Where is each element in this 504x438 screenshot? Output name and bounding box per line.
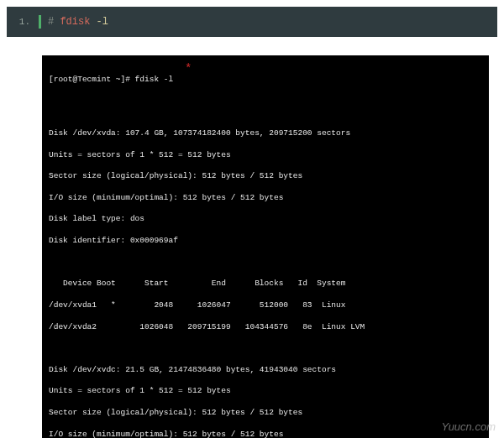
- line-number: 1.: [18, 17, 30, 27]
- disk-units: Units = sectors of 1 * 512 = 512 bytes: [49, 150, 482, 161]
- terminal-wrapper: [root@Tecmint ~]# fdisk -l * Disk /dev/x…: [0, 44, 504, 438]
- code-indicator-bar: [39, 15, 41, 29]
- partition-row: /dev/xvda2 1026048 209715199 104344576 8…: [49, 322, 482, 333]
- blank-line: [49, 258, 482, 269]
- blank-line: [49, 343, 482, 354]
- disk-units: Units = sectors of 1 * 512 = 512 bytes: [49, 386, 482, 397]
- code-line: # fdisk -l: [48, 16, 108, 28]
- code-flag: -l: [90, 16, 108, 28]
- partition-row: /dev/xvda1 * 2048 1026047 512000 83 Linu…: [49, 300, 482, 311]
- code-hash: #: [48, 16, 60, 28]
- disk-io: I/O size (minimum/optimal): 512 bytes / …: [49, 430, 482, 438]
- prompt-line: [root@Tecmint ~]# fdisk -l: [49, 75, 482, 86]
- watermark: Yuucn.com: [441, 420, 496, 433]
- disk-sector: Sector size (logical/physical): 512 byte…: [49, 408, 482, 419]
- terminal-output: [root@Tecmint ~]# fdisk -l * Disk /dev/x…: [42, 55, 489, 438]
- code-block: 1. # fdisk -l: [7, 7, 497, 37]
- red-marker-icon: *: [185, 61, 192, 77]
- disk-header: Disk /dev/xvda: 107.4 GB, 107374182400 b…: [49, 128, 482, 139]
- disk-identifier: Disk identifier: 0x000969af: [49, 236, 482, 247]
- partition-table-header: Device Boot Start End Blocks Id System: [49, 279, 482, 289]
- disk-io: I/O size (minimum/optimal): 512 bytes / …: [49, 193, 482, 204]
- disk-header: Disk /dev/xvdc: 21.5 GB, 21474836480 byt…: [49, 365, 482, 376]
- code-command: fdisk: [60, 16, 90, 28]
- disk-sector: Sector size (logical/physical): 512 byte…: [49, 171, 482, 182]
- disk-label: Disk label type: dos: [49, 214, 482, 225]
- blank-line: [49, 107, 482, 117]
